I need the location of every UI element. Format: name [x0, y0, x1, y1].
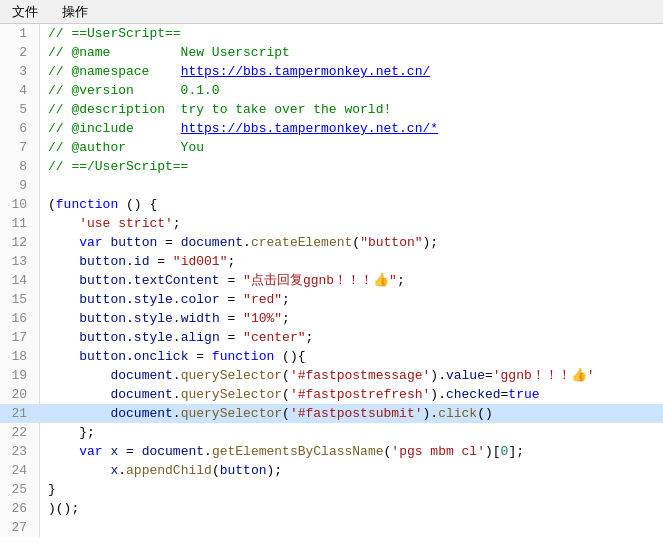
line-num: 23 — [0, 442, 40, 461]
line-num: 6 — [0, 119, 40, 138]
line-content: button.id = "id001"; — [40, 252, 235, 271]
table-row: 18 button.onclick = function (){ — [0, 347, 663, 366]
table-row: 25 } — [0, 480, 663, 499]
line-content: )(); — [40, 499, 79, 518]
table-row: 4 // @version 0.1.0 — [0, 81, 663, 100]
line-num: 25 — [0, 480, 40, 499]
table-row: 7 // @author You — [0, 138, 663, 157]
line-content: // @name New Userscript — [40, 43, 290, 62]
line-content: document.querySelector('#fastpostrefresh… — [40, 385, 540, 404]
line-num: 14 — [0, 271, 40, 290]
line-num: 24 — [0, 461, 40, 480]
table-row: 6 // @include https://bbs.tampermonkey.n… — [0, 119, 663, 138]
line-content — [40, 518, 56, 537]
line-num: 21 — [0, 404, 40, 423]
table-row: 12 var button = document.createElement("… — [0, 233, 663, 252]
table-row: 2 // @name New Userscript — [0, 43, 663, 62]
line-num: 18 — [0, 347, 40, 366]
line-num: 15 — [0, 290, 40, 309]
line-content: // ==UserScript== — [40, 24, 181, 43]
menubar: 文件 操作 — [0, 0, 663, 24]
line-content: 'use strict'; — [40, 214, 181, 233]
line-content: // ==/UserScript== — [40, 157, 188, 176]
line-content: } — [40, 480, 56, 499]
table-row: 20 document.querySelector('#fastpostrefr… — [0, 385, 663, 404]
table-row: 11 'use strict'; — [0, 214, 663, 233]
table-row: 5 // @description try to take over the w… — [0, 100, 663, 119]
table-row: 9 — [0, 176, 663, 195]
line-num: 4 — [0, 81, 40, 100]
line-num: 13 — [0, 252, 40, 271]
line-num: 20 — [0, 385, 40, 404]
table-row: 10 (function () { — [0, 195, 663, 214]
line-content: // @namespace https://bbs.tampermonkey.n… — [40, 62, 430, 81]
line-content: document.querySelector('#fastpostmessage… — [40, 366, 595, 385]
line-content: button.style.color = "red"; — [40, 290, 290, 309]
editor: 1 // ==UserScript== 2 // @name New Users… — [0, 24, 663, 558]
line-content: // @description try to take over the wor… — [40, 100, 391, 119]
table-row: 23 var x = document.getElementsByClassNa… — [0, 442, 663, 461]
line-num: 26 — [0, 499, 40, 518]
line-num: 8 — [0, 157, 40, 176]
line-content: button.onclick = function (){ — [40, 347, 306, 366]
line-content — [40, 176, 56, 195]
line-num: 16 — [0, 309, 40, 328]
line-num: 27 — [0, 518, 40, 537]
line-num: 19 — [0, 366, 40, 385]
table-row: 1 // ==UserScript== — [0, 24, 663, 43]
line-num: 5 — [0, 100, 40, 119]
table-row: 16 button.style.width = "10%"; — [0, 309, 663, 328]
table-row: 22 }; — [0, 423, 663, 442]
table-row: 14 button.textContent = "点击回复ggnb！！！👍"; — [0, 271, 663, 290]
menu-action[interactable]: 操作 — [58, 2, 92, 22]
line-num: 7 — [0, 138, 40, 157]
table-row: 21 document.querySelector('#fastpostsubm… — [0, 404, 663, 423]
line-num: 11 — [0, 214, 40, 233]
table-row: 27 — [0, 518, 663, 537]
line-content: (function () { — [40, 195, 157, 214]
table-row: 26 )(); — [0, 499, 663, 518]
line-content: // @author You — [40, 138, 204, 157]
table-row: 19 document.querySelector('#fastpostmess… — [0, 366, 663, 385]
line-content: document.querySelector('#fastpostsubmit'… — [40, 404, 493, 423]
line-content: var button = document.createElement("but… — [40, 233, 438, 252]
line-num: 3 — [0, 62, 40, 81]
line-num: 9 — [0, 176, 40, 195]
table-row: 17 button.style.align = "center"; — [0, 328, 663, 347]
line-content: // @include https://bbs.tampermonkey.net… — [40, 119, 438, 138]
menu-file[interactable]: 文件 — [8, 2, 42, 22]
line-content: var x = document.getElementsByClassName(… — [40, 442, 524, 461]
table-row: 13 button.id = "id001"; — [0, 252, 663, 271]
table-row: 15 button.style.color = "red"; — [0, 290, 663, 309]
table-row: 24 x.appendChild(button); — [0, 461, 663, 480]
line-content: // @version 0.1.0 — [40, 81, 220, 100]
line-num: 12 — [0, 233, 40, 252]
line-num: 2 — [0, 43, 40, 62]
code-area: 1 // ==UserScript== 2 // @name New Users… — [0, 24, 663, 537]
line-content: button.style.width = "10%"; — [40, 309, 290, 328]
line-num: 1 — [0, 24, 40, 43]
line-content: button.textContent = "点击回复ggnb！！！👍"; — [40, 271, 405, 290]
line-content: x.appendChild(button); — [40, 461, 282, 480]
line-content: }; — [40, 423, 95, 442]
line-num: 10 — [0, 195, 40, 214]
table-row: 8 // ==/UserScript== — [0, 157, 663, 176]
line-num: 22 — [0, 423, 40, 442]
line-num: 17 — [0, 328, 40, 347]
line-content: button.style.align = "center"; — [40, 328, 313, 347]
table-row: 3 // @namespace https://bbs.tampermonkey… — [0, 62, 663, 81]
